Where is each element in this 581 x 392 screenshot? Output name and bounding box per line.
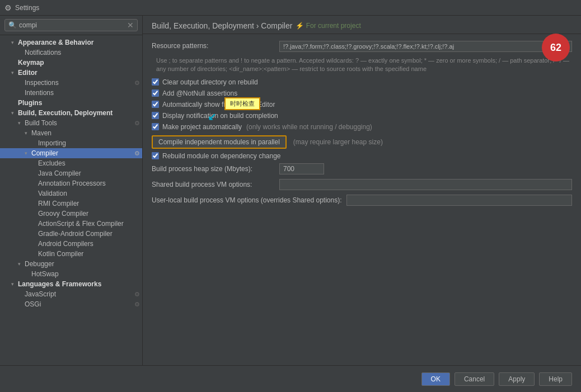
sidebar-item-label: Build, Execution, Deployment [18, 109, 113, 117]
sidebar-item-label: Editor [18, 69, 38, 77]
help-button[interactable]: Help [539, 372, 572, 386]
sidebar-item-inspections[interactable]: Inspections ⚙ [0, 78, 142, 88]
search-icon: 🔍 [8, 21, 17, 29]
rebuild-dependency-checkbox[interactable] [152, 152, 159, 159]
bottom-bar: OK Cancel Apply Help [0, 365, 581, 392]
compile-parallel-button[interactable]: Compile independent modules in parallel [152, 135, 287, 149]
sidebar-item-label: Plugins [18, 99, 42, 107]
compile-parallel-row: Compile independent modules in parallel … [152, 135, 572, 149]
search-input[interactable] [19, 21, 125, 29]
search-box: 🔍 ✕ [0, 16, 142, 35]
sidebar-item-label: Kotlin Compiler [38, 250, 83, 258]
compile-parallel-hint: (may require larger heap size) [293, 138, 383, 146]
sidebar-item-gradle-android[interactable]: Gradle-Android Compiler [0, 229, 142, 239]
rebuild-dependency-row[interactable]: Rebuild module on dependency change [152, 152, 572, 160]
sidebar-item-label: OSGi [25, 300, 41, 308]
add-notnull-row[interactable]: Add @NotNull assertions [152, 89, 572, 97]
sidebar-item-lang-frameworks[interactable]: Languages & Frameworks [0, 279, 142, 289]
sidebar-item-label: Validation [38, 190, 67, 197]
sidebar-item-editor[interactable]: Editor [0, 68, 142, 78]
sidebar-item-label: Excludes [38, 159, 65, 167]
shared-vm-label: Shared build process VM options: [152, 181, 275, 188]
make-project-label: Make project automatically [162, 123, 242, 131]
sidebar-item-maven[interactable]: Maven [0, 128, 142, 138]
arrow-icon [25, 130, 31, 136]
sidebar-item-android-compilers[interactable]: Android Compilers [0, 239, 142, 249]
clear-output-checkbox[interactable] [152, 78, 159, 86]
sidebar-item-hotswap[interactable]: HotSwap [0, 269, 142, 279]
sidebar-item-osgi[interactable]: OSGi ⚙ [0, 299, 142, 309]
sidebar-item-appearance[interactable]: Appearance & Behavior [0, 37, 142, 48]
resource-patterns-row: Resource patterns: [152, 41, 572, 52]
sidebar-item-intentions[interactable]: Intentions [0, 88, 142, 98]
user-vm-input[interactable] [346, 195, 573, 206]
clear-output-label: Clear output directory on rebuild [162, 78, 258, 86]
gear-icon: ⚙ [134, 150, 140, 157]
arrow-icon [11, 40, 18, 45]
sidebar-item-label: Android Compilers [38, 240, 93, 248]
shared-vm-input[interactable] [279, 179, 572, 190]
sidebar-item-label: Importing [38, 139, 66, 147]
ok-button[interactable]: OK [421, 372, 450, 386]
apply-button[interactable]: Apply [499, 372, 535, 386]
sidebar-item-actionscript-compiler[interactable]: ActionScript & Flex Compiler [0, 219, 142, 229]
gear-icon: ⚙ [134, 120, 140, 127]
sidebar-item-java-compiler[interactable]: Java Compiler [0, 168, 142, 178]
sidebar-item-groovy-compiler[interactable]: Groovy Compiler [0, 209, 142, 219]
search-clear-icon[interactable]: ✕ [127, 21, 134, 30]
auto-show-row[interactable]: Automatically show first error in Editor [152, 101, 572, 108]
panel-header: Build, Execution, Deployment › Compiler … [143, 16, 581, 34]
breadcrumb: Build, Execution, Deployment › Compiler [152, 21, 292, 30]
gear-icon: ⚙ [134, 291, 140, 298]
sidebar-item-label: Annotation Processors [38, 180, 106, 187]
sidebar-item-keymap[interactable]: Keymap [0, 58, 142, 68]
sidebar-item-label: Groovy Compiler [38, 210, 88, 218]
sidebar-item-excludes[interactable]: Excludes [0, 158, 142, 168]
sidebar-item-annotation-processors[interactable]: Annotation Processors [0, 178, 142, 188]
sidebar-item-label: Appearance & Behavior [18, 39, 93, 46]
arrow-icon [25, 150, 31, 156]
settings-sidebar: 🔍 ✕ Appearance & Behavior Notifications [0, 16, 143, 365]
sidebar-item-label: ActionScript & Flex Compiler [38, 220, 124, 228]
sidebar-item-label: Gradle-Android Compiler [38, 230, 113, 238]
add-notnull-checkbox[interactable] [152, 89, 159, 97]
auto-show-checkbox[interactable] [152, 101, 159, 108]
clear-output-row[interactable]: Clear output directory on rebuild [152, 78, 572, 86]
sidebar-item-validation[interactable]: Validation [0, 188, 142, 199]
build-heap-input[interactable] [279, 163, 324, 174]
sidebar-item-label: Compiler [31, 149, 58, 157]
sidebar-item-notifications[interactable]: Notifications [0, 48, 142, 58]
resource-patterns-input[interactable] [279, 41, 572, 52]
make-project-checkbox[interactable] [152, 123, 159, 130]
display-notification-row[interactable]: Display notification on build completion [152, 112, 572, 120]
sidebar-item-build-exec[interactable]: Build, Execution, Deployment [0, 108, 142, 118]
sidebar-item-label: Intentions [25, 89, 54, 97]
sidebar-item-javascript[interactable]: JavaScript ⚙ [0, 289, 142, 299]
resource-patterns-label: Resource patterns: [152, 41, 275, 50]
build-heap-row: Build process heap size (Mbytes): [152, 163, 572, 174]
search-wrapper[interactable]: 🔍 ✕ [4, 19, 138, 31]
arrow-icon [18, 261, 25, 267]
settings-panel: Build, Execution, Deployment › Compiler … [143, 16, 581, 365]
sidebar-item-rmi-compiler[interactable]: RMI Compiler [0, 199, 142, 209]
badge-circle: 62 [542, 34, 570, 62]
sidebar-item-label: Languages & Frameworks [18, 280, 101, 288]
cancel-button[interactable]: Cancel [455, 372, 494, 386]
auto-show-container: Automatically show first error in Editor… [152, 101, 572, 112]
add-notnull-label: Add @NotNull assertions [162, 89, 237, 97]
sidebar-item-build-tools[interactable]: Build Tools ⚙ [0, 118, 142, 128]
sidebar-item-label: HotSwap [31, 270, 59, 278]
gear-icon: ⚙ [134, 301, 140, 308]
sidebar-item-compiler[interactable]: Compiler ⚙ [0, 148, 142, 158]
sidebar-item-kotlin-compiler[interactable]: Kotlin Compiler [0, 249, 142, 259]
make-project-label-row[interactable]: Make project automatically [152, 123, 242, 131]
sidebar-item-label: Maven [31, 129, 51, 137]
annotation-tooltip: 时时检查 [224, 97, 260, 110]
make-project-row: Make project automatically (only works w… [152, 123, 572, 131]
sidebar-item-plugins[interactable]: Plugins [0, 98, 142, 108]
display-notification-checkbox[interactable] [152, 112, 159, 119]
sidebar-item-debugger[interactable]: Debugger [0, 259, 142, 269]
sidebar-item-importing[interactable]: Importing [0, 138, 142, 148]
sidebar-item-label: Debugger [25, 260, 54, 268]
arrow-icon [11, 70, 18, 75]
